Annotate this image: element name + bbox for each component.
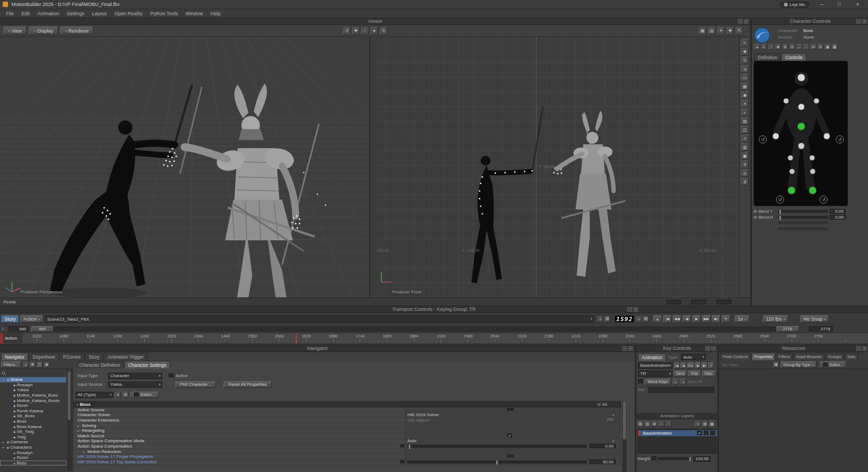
display-mode-icon[interactable]: ▦: [699, 27, 706, 35]
asc-value[interactable]: 0.00: [590, 444, 616, 448]
minus-icon[interactable]: ⊖: [789, 44, 795, 50]
duplicate-layer-icon[interactable]: ▥: [644, 421, 650, 427]
character-definition-tab[interactable]: Character Definition: [75, 361, 124, 368]
mannequin-figure-front[interactable]: [471, 156, 531, 283]
key-type-select[interactable]: Auto: [681, 354, 706, 360]
menu-item[interactable]: Help: [207, 11, 225, 16]
ik-blend-r-slider[interactable]: [778, 216, 828, 219]
navigator-window-buttons[interactable]: [622, 346, 633, 351]
timeline-ruler[interactable]: 1020108011401200126013201380144015001560…: [0, 334, 868, 339]
property-row-active-source[interactable]: Active Source: [73, 407, 621, 413]
add-layer-icon[interactable]: ✚: [652, 421, 658, 427]
mirror-h-icon[interactable]: ↔: [796, 44, 802, 50]
tree-item[interactable]: ◆ Yukka: [0, 387, 66, 393]
asc-mode-dropdown-arrow[interactable]: ▾: [612, 439, 614, 443]
menu-item[interactable]: Layout: [88, 11, 111, 16]
zoom-tool-icon[interactable]: ∕: [361, 27, 369, 35]
target-tool-icon[interactable]: ◎: [741, 169, 749, 177]
playback-speed-button[interactable]: 1x▾: [735, 315, 750, 323]
flip-icon[interactable]: ⇅: [818, 44, 824, 50]
properties-scrollbar[interactable]: [622, 401, 627, 472]
pan-tool-icon[interactable]: ✚: [352, 27, 360, 35]
key-option-right-icon[interactable]: ◨: [680, 379, 686, 385]
move-keys-button[interactable]: Move Keys: [644, 379, 671, 385]
samurai-figure-front[interactable]: [557, 111, 626, 277]
menu-item[interactable]: File: [2, 11, 18, 16]
property-row-asc-mode[interactable]: Action Space Compensation Mode Auto▾: [73, 439, 621, 444]
go-to-start-button[interactable]: |◀: [663, 315, 672, 323]
disc-button[interactable]: Disc.: [702, 371, 716, 377]
input-type-select[interactable]: Character: [108, 373, 162, 379]
active-checkbox[interactable]: [169, 373, 174, 378]
plus-icon[interactable]: ⊕: [782, 44, 788, 50]
key-option-left-icon[interactable]: ◧: [673, 379, 679, 385]
perspective-viewport[interactable]: Producer Perspective: [0, 37, 369, 297]
resources-tab[interactable]: Filters: [776, 353, 792, 360]
body-part-icon[interactable]: ◐: [761, 44, 767, 50]
top-spine-value[interactable]: 50.00: [590, 460, 616, 464]
character-controls-tab[interactable]: Controls: [781, 53, 806, 61]
gizmo-toggle-icon[interactable]: ✚: [726, 27, 734, 35]
menu-item[interactable]: Python Tools: [146, 11, 182, 16]
key-controls-window-buttons[interactable]: [705, 346, 716, 351]
lighting-icon[interactable]: ☀: [717, 27, 725, 35]
tree-item[interactable]: ◆ Boss Katana: [0, 424, 66, 429]
mirror-v-icon[interactable]: ↕: [803, 44, 809, 50]
tree-item[interactable]: ◆ Motive_Katana_Ronin: [0, 398, 66, 403]
zoom-start-handle[interactable]: 989: [31, 326, 54, 332]
filter-add-icon[interactable]: ✚: [30, 362, 36, 368]
scale-tool-icon[interactable]: ⇲: [741, 65, 749, 73]
finger-propagation-toggle[interactable]: [507, 455, 514, 458]
full-body-icon[interactable]: ●: [754, 44, 760, 50]
character-definition-tab[interactable]: Character Settings: [124, 361, 170, 368]
tree-item[interactable]: ▸ ◉ Cameras: [0, 439, 66, 445]
step-forward-button[interactable]: ▶▶: [702, 315, 711, 323]
menu-item[interactable]: Open Reality: [111, 11, 146, 16]
key-jump-end-button[interactable]: ▶|: [701, 362, 707, 369]
layers-tool-icon[interactable]: ▥: [741, 143, 749, 151]
record-button[interactable]: ●: [653, 315, 662, 323]
previous-key-button[interactable]: ◀◀: [673, 315, 681, 323]
safe-area-icon[interactable]: ▣: [741, 152, 749, 160]
menu-item[interactable]: Window: [182, 11, 207, 16]
remove-layer-icon[interactable]: −: [659, 421, 665, 427]
flat-button[interactable]: Flat: [688, 371, 701, 377]
turntable-tool-icon[interactable]: ↻: [380, 27, 387, 35]
resources-tab[interactable]: Asset Browser: [793, 353, 825, 360]
story-mode-button[interactable]: Story: [1, 315, 19, 323]
tree-item[interactable]: ▾ ◆ Characters: [0, 445, 66, 450]
key-prev-button[interactable]: ◀: [680, 362, 686, 369]
loop-button[interactable]: ↻: [722, 315, 730, 323]
resources-editor-button[interactable]: Editor...: [820, 361, 846, 368]
navigator-tab[interactable]: Navigator: [1, 353, 28, 360]
asc-slider[interactable]: [407, 445, 586, 448]
translate-tool-icon[interactable]: ✚: [741, 48, 749, 55]
tree-item[interactable]: ▾ ▦ Scene: [0, 377, 66, 382]
maximize-viewport-icon[interactable]: ⇱: [736, 27, 743, 35]
asc-anim-toggle[interactable]: [400, 444, 404, 448]
property-editor-button[interactable]: Editor...: [130, 392, 159, 398]
tree-item[interactable]: ◈ Ronin: [0, 455, 66, 461]
character-controls-window-buttons[interactable]: [856, 19, 867, 24]
key-button[interactable]: Key: [687, 362, 694, 369]
grid-icon[interactable]: ▦: [832, 44, 838, 50]
display-menu-button[interactable]: ▾Display: [29, 27, 58, 35]
filter-target-icon[interactable]: ◉: [44, 362, 50, 368]
samurai-figure[interactable]: [184, 84, 319, 297]
layer-row-base-animation[interactable]: BaseAnimation: [638, 430, 717, 436]
resources-tab[interactable]: Groups: [825, 353, 844, 360]
move-keys-checkbox[interactable]: [638, 379, 643, 384]
layer-mute-checkbox[interactable]: [697, 431, 702, 436]
reset-all-properties-button[interactable]: Reset All Properties: [224, 381, 271, 388]
resources-tab[interactable]: Properties: [751, 353, 775, 360]
navigator-tab[interactable]: Animation Trigger: [104, 353, 148, 360]
tree-item[interactable]: ◆ Ronin Katana: [0, 409, 66, 414]
ref-field[interactable]: [648, 387, 714, 393]
extensions-browse-button[interactable]: …: [607, 418, 615, 422]
list-tool-icon[interactable]: ≡: [741, 135, 749, 142]
camera-sphere-icon[interactable]: ●: [371, 27, 378, 35]
resources-tab[interactable]: Pose Controls: [720, 353, 751, 360]
layer-lock-checkbox[interactable]: [710, 431, 715, 436]
resources-window-buttons[interactable]: [856, 346, 867, 351]
mannequin-figure[interactable]: [50, 120, 175, 293]
